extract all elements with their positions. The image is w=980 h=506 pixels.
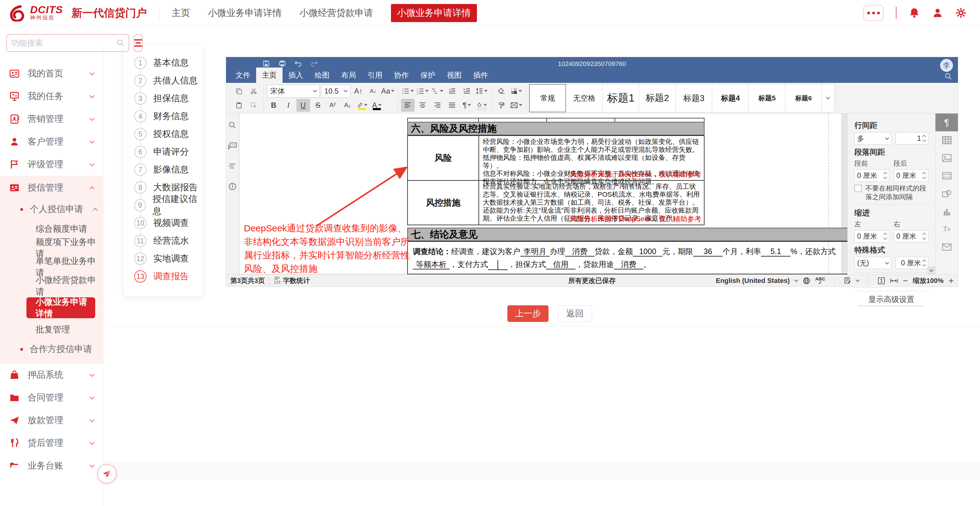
sidebar-item-comprehensive-quota[interactable]: 综合额度申请: [6, 219, 97, 238]
sidebar-item-micro-detail-active[interactable]: 小微业务申请详情: [26, 297, 95, 318]
color-grid-icon[interactable]: [509, 85, 523, 98]
sidebar-item-collateral[interactable]: 押品系统: [6, 363, 97, 386]
zoom-out-button[interactable]: −: [903, 276, 908, 286]
superscript-icon[interactable]: A²: [326, 99, 339, 112]
numbered-list-icon[interactable]: 123: [416, 85, 430, 98]
fit-page-icon[interactable]: [878, 277, 885, 284]
style-heading2[interactable]: 标题2: [639, 84, 676, 112]
bold-icon[interactable]: B: [267, 99, 280, 112]
style-heading1[interactable]: 标题1: [602, 84, 639, 112]
mail-panel-tab[interactable]: [935, 238, 958, 256]
shading-icon[interactable]: [475, 99, 488, 112]
language-selector[interactable]: English (United States): [716, 277, 790, 285]
indent-right-input[interactable]: 0 厘米: [894, 230, 929, 243]
style-normal[interactable]: 常规: [529, 84, 566, 112]
user-avatar[interactable]: 李: [940, 59, 953, 72]
zoom-level[interactable]: 缩放100%: [913, 276, 943, 286]
line-spacing-icon[interactable]: [475, 85, 488, 98]
style-gallery-expand[interactable]: [821, 84, 834, 112]
sidebar-item-my-home[interactable]: 我的首页: [6, 62, 97, 85]
step-basic-info[interactable]: 1基本信息: [123, 54, 203, 72]
settings-gear-icon[interactable]: [955, 7, 966, 18]
step-authorization[interactable]: 5授权信息: [123, 125, 203, 143]
underline-icon[interactable]: U: [296, 99, 310, 112]
menu-insert[interactable]: 插入: [283, 68, 309, 83]
sidebar-item-marketing[interactable]: 营销管理: [6, 108, 97, 130]
subscript-icon[interactable]: A₂: [340, 99, 354, 112]
sidebar-item-post-loan[interactable]: 贷后管理: [6, 432, 97, 454]
menu-plugins[interactable]: 插件: [468, 68, 494, 83]
tab-home[interactable]: 主页: [172, 7, 190, 19]
font-family-select[interactable]: 宋体: [267, 85, 320, 98]
tab-micro-detail[interactable]: 小微业务申请详情: [208, 7, 282, 19]
notifications-bell-icon[interactable]: [909, 7, 920, 18]
comments-icon[interactable]: [228, 142, 237, 151]
menu-draw[interactable]: 绘图: [309, 68, 336, 83]
step-field-survey[interactable]: 12实地调查: [123, 250, 203, 268]
sidebar-item-rating[interactable]: 评级管理: [6, 153, 97, 176]
sidebar-item-disbursement[interactable]: 放款管理: [6, 409, 97, 432]
menu-references[interactable]: 引用: [362, 68, 388, 83]
sidebar-item-under-quota-business[interactable]: 额度项下业务申请: [6, 238, 97, 257]
bullet-list-icon[interactable]: [401, 85, 415, 98]
step-imaging[interactable]: 7影像信息: [123, 161, 203, 179]
spacing-after-input[interactable]: 0 厘米: [894, 170, 929, 182]
panel-scroll-down[interactable]: [927, 266, 935, 274]
sidebar-item-approval-mgmt[interactable]: 批复管理: [6, 320, 97, 339]
field-loan-purpose[interactable]: 消费: [614, 260, 643, 270]
editor-search-icon[interactable]: [944, 72, 952, 80]
menu-layout[interactable]: 布局: [336, 68, 362, 83]
sidebar-item-micro-loan-apply[interactable]: 小微经营贷款申请: [6, 276, 97, 295]
indent-left-input[interactable]: 0 厘米: [854, 230, 889, 243]
shrink-font-icon[interactable]: A↓: [366, 85, 380, 98]
paste-icon[interactable]: [232, 99, 246, 112]
menu-protect[interactable]: 保护: [415, 68, 441, 83]
tab-micro-loan-apply[interactable]: 小微经营贷款申请: [299, 7, 373, 19]
document-page[interactable]: 六、风险及风控措施 风险 经营风险：小微企业市场竞争力弱，易受行业波动（如政策变…: [240, 114, 841, 274]
step-finance[interactable]: 4财务信息: [123, 108, 203, 125]
field-loan-type[interactable]: 消费: [565, 247, 595, 257]
strikethrough-icon[interactable]: S: [311, 99, 325, 112]
previous-step-button[interactable]: 上一步: [508, 305, 549, 322]
copy-icon[interactable]: [232, 85, 246, 98]
decrease-indent-icon[interactable]: [445, 85, 459, 98]
step-survey-report-active[interactable]: 13调查报告: [123, 268, 203, 286]
menu-file[interactable]: 文件: [230, 68, 256, 83]
find-icon[interactable]: [228, 121, 237, 130]
word-count-button[interactable]: 字数统计: [283, 276, 310, 286]
mail-merge-icon[interactable]: [509, 99, 523, 112]
advanced-settings-link[interactable]: 显示高级设置: [859, 294, 924, 306]
step-scoring[interactable]: 6申请评分: [123, 143, 203, 161]
step-guarantee[interactable]: 3担保信息: [123, 90, 203, 108]
align-right-icon[interactable]: [431, 99, 444, 112]
field-guarantee-method[interactable]: 信用: [546, 260, 576, 270]
spacing-before-input[interactable]: 0 厘米: [854, 170, 889, 182]
style-heading5[interactable]: 标题5: [748, 84, 785, 112]
style-no-spacing[interactable]: 无空格: [566, 84, 603, 112]
step-coborrower[interactable]: 2共借人信息: [123, 72, 203, 90]
special-format-select[interactable]: (无): [854, 257, 891, 269]
sidebar-item-customers[interactable]: 客户管理: [6, 130, 97, 153]
field-repay-method[interactable]: 等额本析: [413, 260, 450, 270]
field-amount[interactable]: 1000: [633, 247, 662, 257]
italic-icon[interactable]: I: [282, 99, 295, 112]
search-input[interactable]: [11, 38, 114, 48]
menu-collapse-button[interactable]: [134, 34, 143, 52]
cut-icon[interactable]: [247, 85, 261, 98]
style-heading4[interactable]: 标题4: [712, 84, 749, 112]
spellcheck-icon[interactable]: ABC✓: [815, 277, 826, 284]
align-center-icon[interactable]: [416, 99, 430, 112]
shape-panel-tab[interactable]: [935, 185, 958, 203]
style-heading3[interactable]: 标题3: [675, 84, 712, 112]
multilevel-list-icon[interactable]: [431, 85, 444, 98]
sidebar-item-ledger[interactable]: 业务台账: [6, 454, 97, 477]
sidebar-item-my-tasks[interactable]: 我的任务: [6, 85, 97, 108]
paragraph-panel-tab[interactable]: ¶: [935, 114, 958, 131]
clear-format-eraser-icon[interactable]: [495, 85, 508, 98]
back-button[interactable]: 返回: [558, 305, 592, 322]
grow-font-icon[interactable]: A↑: [352, 85, 365, 98]
sidebar-item-credit-mgmt[interactable]: 授信管理: [6, 176, 97, 199]
highlight-pen-icon[interactable]: [355, 99, 369, 112]
info-icon[interactable]: [228, 182, 237, 191]
step-business-flow[interactable]: 11经营流水: [123, 232, 203, 250]
